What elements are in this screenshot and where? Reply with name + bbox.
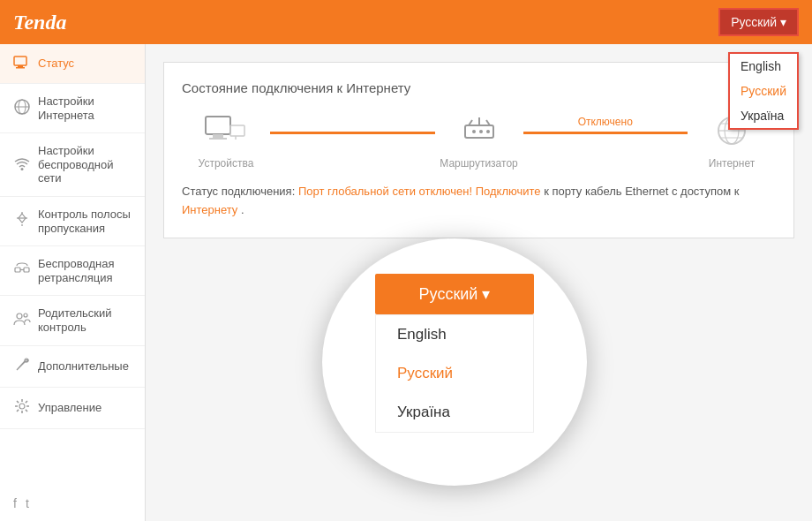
sidebar-label-advanced: Дополнительные [38,359,129,374]
sidebar-item-bandwidth[interactable]: Контроль полосы пропускания [0,197,145,246]
sidebar-label-manage: Управление [38,401,102,415]
sidebar-footer: f t [0,486,145,521]
status-mid: к порту кабель Ethernet с доступом к [544,185,739,198]
svg-point-6 [21,168,24,170]
language-button[interactable]: Русский ▾ [718,8,799,36]
sidebar-item-status[interactable]: Статус [0,44,145,84]
status-content-box: Состояние подключения к Интернету Устрой… [163,62,794,238]
magnify-option-russian[interactable]: Русский [376,354,533,393]
svg-rect-0 [14,57,26,65]
magnify-circle: Русский ▾ English Русский Україна [322,238,587,486]
facebook-icon[interactable]: f [13,496,17,510]
sidebar-label-status: Статус [38,57,74,71]
lang-option-russian[interactable]: Русский [730,79,797,103]
internet-label: Интернет [709,157,755,170]
magnify-header-label: Русский ▾ [419,284,491,304]
magnify-dropdown: English Русский Україна [375,314,534,433]
svg-rect-17 [206,117,230,134]
sidebar-item-relay[interactable]: Беспроводная ретрансляция [0,246,145,296]
network-diagram: Устройства [182,113,776,170]
sidebar-label-internet: Настройки Интернета [38,94,132,122]
bandwidth-icon [13,212,31,231]
sidebar-item-advanced[interactable]: Дополнительные [0,346,145,388]
header: Tenda Русский ▾ English Русский Україна [0,0,812,44]
content-title: Состояние подключения к Интернету [182,80,776,95]
sidebar-label-parental: Родительский контроль [38,306,132,334]
sidebar-item-internet[interactable]: Настройки Интернета [0,84,145,133]
language-label: Русский ▾ [731,15,786,29]
svg-rect-1 [18,65,23,67]
globe-icon [13,99,31,118]
logo: Tenda [13,11,66,34]
devices-node: Устройства [182,113,270,170]
svg-rect-19 [209,138,227,140]
connector-right: Отключено [523,132,688,134]
router-node: Маршрутизатор [435,113,523,170]
svg-point-16 [19,404,25,409]
sidebar-item-parental[interactable]: Родительский контроль [0,296,145,345]
sidebar-label-relay: Беспроводная ретрансляция [38,257,132,284]
router-icon [458,113,500,153]
sidebar-item-manage[interactable]: Управление [0,388,145,429]
devices-icon [204,113,248,153]
magnify-container: Русский ▾ English Русский Україна [322,238,587,486]
main-content: Состояние подключения к Интернету Устрой… [146,44,812,521]
lang-option-ukraine[interactable]: Україна [730,103,797,128]
router-label: Маршрутизатор [440,157,517,170]
magnify-inner: Русский ▾ English Русский Україна [322,274,587,433]
wifi-icon [13,156,31,174]
relay-icon [13,262,31,280]
parental-icon [13,312,31,329]
twitter-icon[interactable]: t [26,496,29,510]
devices-label: Устройства [199,157,254,170]
sidebar-nav: Статус Настройки Интернета Настройки бес… [0,44,145,486]
svg-rect-20 [230,125,244,136]
svg-rect-18 [213,134,223,138]
gear-icon [13,398,31,418]
sidebar-label-wireless: Настройки беспроводной сети [38,144,132,185]
main-layout: Статус Настройки Интернета Настройки бес… [0,44,812,521]
svg-rect-2 [16,67,25,69]
sidebar-label-bandwidth: Контроль полосы пропускания [38,208,132,235]
svg-rect-11 [24,268,29,272]
svg-point-27 [479,130,483,133]
status-link2[interactable]: Интернету [182,203,237,216]
status-link1[interactable]: Порт глобальной сети отключен! Подключит… [298,185,541,198]
svg-point-26 [472,130,476,133]
magnify-option-ukraine[interactable]: Україна [376,393,533,432]
tools-icon [13,357,31,376]
magnify-header: Русский ▾ [375,274,534,314]
svg-rect-10 [15,268,20,272]
sidebar: Статус Настройки Интернета Настройки бес… [0,44,146,521]
svg-point-28 [486,130,490,133]
status-prefix: Статус подключения: [182,185,295,198]
status-suffix: . [241,203,244,216]
disconnected-label: Отключено [578,116,633,128]
status-text: Статус подключения: Порт глобальной сети… [182,183,776,220]
svg-point-14 [24,313,27,317]
sidebar-item-wireless[interactable]: Настройки беспроводной сети [0,133,145,197]
language-dropdown: English Русский Україна [728,52,799,130]
status-icon [13,55,31,72]
svg-point-13 [17,313,22,319]
connector-left [270,132,435,134]
magnify-option-english[interactable]: English [376,315,533,354]
lang-option-english[interactable]: English [730,54,797,79]
